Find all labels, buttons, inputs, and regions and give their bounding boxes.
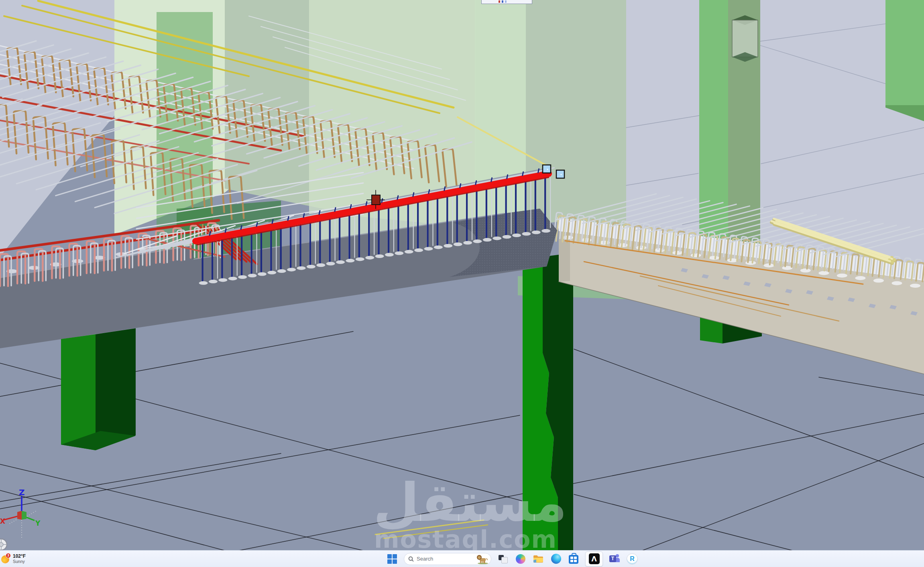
active-app-button[interactable]: Λ xyxy=(585,551,603,567)
copilot-icon xyxy=(516,554,525,564)
mini-toolbar-glyph-red xyxy=(499,0,500,3)
store-button[interactable] xyxy=(568,553,580,565)
teams-icon: T xyxy=(609,554,620,564)
sun-icon: 3 xyxy=(1,554,10,564)
floor-gridlines xyxy=(0,331,924,551)
windows-start-icon xyxy=(387,554,397,564)
floor-extras xyxy=(375,520,488,539)
task-view-button[interactable] xyxy=(497,553,509,565)
r-app-icon: R xyxy=(627,553,638,565)
gizmo-cube-y-face xyxy=(22,511,26,520)
axis-z-label: Z xyxy=(19,488,25,497)
selection-grip-end-1[interactable] xyxy=(543,165,551,173)
viewport-3d[interactable]: Z X Y xyxy=(0,0,924,551)
weather-condition: Sunny xyxy=(13,559,26,564)
weather-widget[interactable]: 3 102°F Sunny xyxy=(1,551,26,567)
search-input[interactable]: Search xyxy=(404,553,491,565)
notification-badge: 3 xyxy=(6,553,11,558)
copilot-button[interactable] xyxy=(515,553,527,565)
task-view-icon xyxy=(499,555,507,563)
axis-y-label: Y xyxy=(35,519,41,527)
store-icon xyxy=(569,555,578,564)
gizmo-cube-x-face xyxy=(17,511,22,520)
mini-toolbar-glyph-blue xyxy=(502,0,503,3)
lambda-app-icon: Λ xyxy=(589,553,600,564)
magnifier-icon xyxy=(408,556,414,562)
axis-gizmo: Z X Y xyxy=(0,488,41,538)
mini-toolbar-glyph-lightblue xyxy=(505,0,507,3)
selection-grip-end-2[interactable] xyxy=(556,170,564,178)
teams-button[interactable]: T xyxy=(609,553,621,565)
start-button[interactable] xyxy=(386,553,398,565)
edge-icon xyxy=(551,554,561,564)
file-explorer-button[interactable] xyxy=(532,553,544,565)
translucent-box xyxy=(732,15,758,62)
taskbar: 3 102°F Sunny Search xyxy=(0,550,924,567)
r-app-button[interactable]: R xyxy=(626,553,638,565)
columns-foreground xyxy=(61,328,136,450)
navigation-wheel[interactable] xyxy=(0,539,7,550)
axis-x-label: X xyxy=(0,517,5,525)
folder-icon xyxy=(533,555,543,563)
edge-button[interactable] xyxy=(550,553,562,565)
column-center xyxy=(523,253,573,551)
mini-toolbar[interactable] xyxy=(481,0,532,4)
lion-image xyxy=(476,554,489,564)
search-placeholder: Search xyxy=(417,556,473,562)
weather-temperature: 102°F xyxy=(13,554,26,559)
desktop: Z X Y مستقل mostaql.com 3 1 xyxy=(0,0,924,567)
